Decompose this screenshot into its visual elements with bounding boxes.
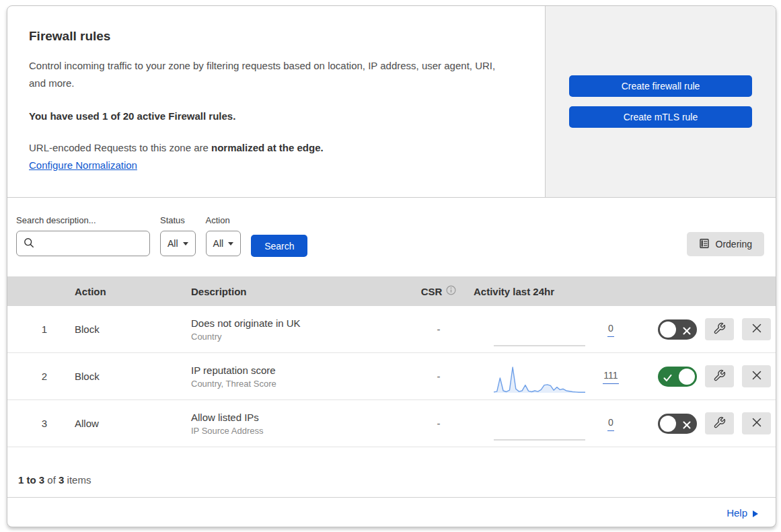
column-header-csr: CSR	[405, 285, 472, 297]
normalization-bold: normalized at the edge.	[211, 142, 324, 153]
ordering-button-label: Ordering	[716, 239, 752, 250]
normalization-text: URL-encoded Requests to this zone are no…	[29, 142, 523, 153]
usage-summary: You have used 1 of 20 active Firewall ru…	[29, 110, 523, 122]
column-header-activity: Activity last 24hr	[472, 286, 640, 297]
x-icon	[683, 420, 691, 432]
range-text: 1 to 3	[18, 474, 44, 486]
wrench-icon	[713, 322, 726, 337]
filter-bar: Search description... Status All Action …	[7, 197, 776, 276]
info-icon[interactable]	[446, 285, 456, 297]
rule-action: Block	[68, 324, 184, 335]
table-header: Action Description CSR Activity last 24h…	[7, 276, 776, 306]
column-header-description: Description	[184, 286, 405, 297]
action-dropdown[interactable]: All	[206, 231, 241, 256]
edit-rule-button[interactable]	[705, 412, 734, 434]
rule-criteria: Country, Threat Score	[191, 379, 405, 389]
check-icon	[663, 373, 672, 385]
close-icon	[751, 370, 762, 383]
rule-priority: 3	[7, 418, 68, 429]
ordering-button[interactable]: Ordering	[687, 232, 764, 256]
search-button[interactable]: Search	[251, 235, 307, 257]
status-label: Status	[160, 215, 196, 225]
rules-table-body: 1 Block Does not originate in UK Country…	[7, 306, 776, 447]
chevron-down-icon	[183, 242, 188, 245]
x-icon	[683, 326, 691, 338]
delete-rule-button[interactable]	[742, 318, 771, 340]
rule-description[interactable]: Does not originate in UK	[191, 317, 405, 329]
configure-normalization-link[interactable]: Configure Normalization	[29, 159, 137, 171]
activity-sparkline	[492, 317, 587, 347]
edit-rule-button[interactable]	[705, 365, 734, 387]
rule-controls	[640, 318, 776, 340]
help-link[interactable]: Help	[727, 507, 747, 519]
toggle-knob	[660, 321, 676, 338]
csr-header-label: CSR	[421, 286, 443, 297]
rule-controls	[640, 412, 776, 434]
rule-activity-cell: 111	[472, 359, 640, 394]
total-text: 3	[59, 474, 64, 486]
rule-description-cell: IP reputation score Country, Threat Scor…	[184, 365, 405, 389]
rule-description-cell: Allow listed IPs IP Source Address	[184, 412, 405, 436]
rule-activity-cell: 0	[472, 312, 640, 347]
activity-sparkline	[492, 412, 587, 441]
rule-description-cell: Does not originate in UK Country	[184, 317, 405, 342]
rule-description[interactable]: Allow listed IPs	[191, 412, 405, 423]
enable-toggle[interactable]	[658, 319, 697, 340]
rule-description[interactable]: IP reputation score	[191, 365, 405, 376]
ordering-icon	[699, 238, 710, 251]
activity-count-link[interactable]: 0	[607, 323, 614, 337]
rule-criteria: Country	[191, 332, 405, 342]
of-text: of	[47, 474, 56, 486]
column-header-action: Action	[68, 286, 184, 297]
status-dropdown[interactable]: All	[160, 231, 196, 256]
rule-priority: 2	[7, 371, 68, 382]
search-label: Search description...	[16, 215, 150, 225]
status-dropdown-value: All	[168, 238, 178, 249]
items-text: items	[67, 474, 91, 486]
table-row: 1 Block Does not originate in UK Country…	[7, 306, 776, 353]
activity-count-link[interactable]: 0	[607, 417, 614, 431]
action-dropdown-value: All	[213, 238, 224, 249]
enable-toggle[interactable]	[658, 414, 697, 434]
edit-rule-button[interactable]	[705, 318, 734, 340]
chevron-down-icon	[228, 242, 233, 245]
top-description-panel: Firewall rules Control incoming traffic …	[7, 6, 545, 197]
rule-csr-value: -	[405, 324, 472, 335]
firewall-rules-card: Firewall rules Control incoming traffic …	[7, 5, 776, 527]
wrench-icon	[713, 369, 726, 384]
rule-csr-value: -	[405, 418, 472, 429]
page-title: Firewall rules	[29, 29, 523, 44]
rule-priority: 1	[7, 324, 68, 335]
actions-panel: Create firewall rule Create mTLS rule	[545, 6, 776, 197]
rule-action: Block	[68, 371, 184, 382]
rule-csr-value: -	[405, 371, 472, 382]
activity-count-link[interactable]: 111	[603, 370, 618, 384]
rule-activity-cell: 0	[472, 406, 640, 441]
create-mtls-rule-button[interactable]: Create mTLS rule	[569, 106, 752, 128]
status-filter-group: Status All	[160, 215, 196, 256]
create-firewall-rule-button[interactable]: Create firewall rule	[569, 75, 752, 97]
top-section: Firewall rules Control incoming traffic …	[7, 6, 776, 197]
activity-sparkline	[492, 365, 587, 394]
action-filter-group: Action All	[206, 215, 241, 256]
help-footer: Help	[7, 497, 776, 527]
rule-action: Allow	[68, 418, 184, 429]
normalization-prefix: URL-encoded Requests to this zone are	[29, 142, 211, 153]
search-input[interactable]	[16, 231, 150, 256]
table-row: 3 Allow Allow listed IPs IP Source Addre…	[7, 400, 776, 447]
delete-rule-button[interactable]	[742, 412, 771, 434]
rule-controls	[640, 365, 776, 387]
wrench-icon	[713, 416, 726, 431]
close-icon	[751, 417, 762, 430]
search-group: Search description...	[16, 215, 150, 256]
pagination-summary: 1 to 3 of 3 items	[7, 447, 776, 497]
caret-right-icon	[753, 510, 758, 517]
toggle-knob	[660, 416, 676, 432]
rule-criteria: IP Source Address	[191, 426, 405, 436]
enable-toggle[interactable]	[658, 367, 697, 387]
page-description: Control incoming traffic to your zone by…	[29, 57, 513, 93]
delete-rule-button[interactable]	[742, 365, 771, 387]
action-label: Action	[206, 215, 241, 225]
close-icon	[751, 323, 762, 336]
table-row: 2 Block IP reputation score Country, Thr…	[7, 353, 776, 400]
